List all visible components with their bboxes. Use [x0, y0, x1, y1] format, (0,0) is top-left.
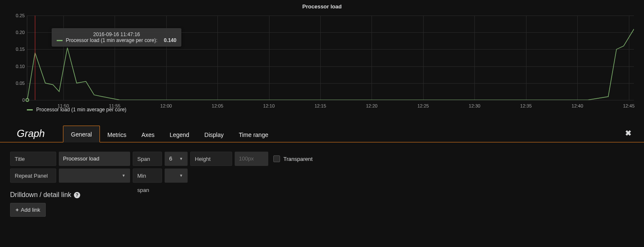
add-link-button[interactable]: + Add link — [10, 203, 46, 217]
x-tick: 12:35 — [520, 103, 532, 108]
drilldown-section-heading: Drilldown / detail link ? — [10, 191, 634, 199]
y-tick: 0.25 — [10, 13, 25, 18]
tooltip-time: 2016-09-16 11:47:16 — [57, 32, 176, 37]
tab-legend[interactable]: Legend — [162, 126, 197, 142]
series-start-marker — [26, 98, 29, 102]
hover-marker-line — [35, 16, 35, 100]
checkbox-box[interactable] — [273, 155, 280, 162]
chart-area[interactable]: 2016-09-16 11:47:16 Processor load (1 mi… — [10, 13, 634, 114]
y-tick: 0.20 — [10, 30, 25, 35]
tab-display[interactable]: Display — [197, 126, 231, 142]
hover-tooltip: 2016-09-16 11:47:16 Processor load (1 mi… — [52, 28, 181, 47]
plus-icon: + — [16, 207, 19, 213]
height-label: Height — [190, 152, 232, 166]
panel-editor: Graph GeneralMetricsAxesLegendDisplayTim… — [0, 124, 644, 226]
x-tick: 12:05 — [212, 103, 223, 108]
editor-title: Graph — [17, 128, 45, 139]
x-tick: 12:45 — [623, 103, 635, 108]
tooltip-series-label: Processor load (1 min average per core): — [66, 37, 157, 43]
tooltip-swatch — [57, 40, 63, 41]
plot-area[interactable]: 2016-09-16 11:47:16 Processor load (1 mi… — [27, 16, 634, 100]
y-tick: 0.15 — [10, 47, 25, 52]
repeat-panel-label: Repeat Panel — [10, 168, 56, 183]
tab-general[interactable]: General — [63, 126, 100, 142]
height-input[interactable] — [235, 152, 268, 166]
chart-title: Processor load — [0, 0, 644, 10]
min-span-label: Min span — [133, 168, 162, 183]
tooltip-value: 0.140 — [164, 37, 176, 43]
x-tick: 12:10 — [263, 103, 275, 108]
chevron-down-icon: ▼ — [179, 152, 183, 166]
y-tick: 0.10 — [10, 64, 25, 69]
repeat-panel-select[interactable]: ▼ — [59, 168, 130, 183]
help-icon[interactable]: ? — [74, 192, 80, 198]
x-tick: 12:25 — [417, 103, 429, 108]
span-select[interactable]: 6▼ — [165, 152, 188, 166]
x-tick: 12:15 — [314, 103, 326, 108]
x-tick: 12:20 — [366, 103, 378, 108]
editor-tabs: GeneralMetricsAxesLegendDisplayTime rang… — [63, 126, 276, 142]
x-tick: 12:40 — [572, 103, 584, 108]
chevron-down-icon: ▼ — [122, 168, 126, 183]
x-tick: 12:00 — [160, 103, 172, 108]
tab-timerange[interactable]: Time range — [231, 126, 276, 142]
span-label: Span — [133, 152, 162, 166]
tab-axes[interactable]: Axes — [134, 126, 162, 142]
title-label: Title — [10, 152, 56, 166]
x-tick: 12:30 — [469, 103, 481, 108]
y-tick: 0.05 — [10, 81, 25, 86]
legend-swatch — [27, 109, 33, 110]
title-input[interactable] — [59, 152, 130, 166]
min-span-select[interactable]: ▼ — [165, 168, 188, 183]
tab-metrics[interactable]: Metrics — [100, 126, 134, 142]
close-editor-button[interactable]: ✖ — [625, 129, 631, 138]
legend-label: Processor load (1 min average per core) — [36, 107, 126, 113]
chevron-down-icon: ▼ — [179, 168, 183, 183]
chart-legend[interactable]: Processor load (1 min average per core) — [27, 107, 126, 113]
transparent-checkbox[interactable]: Transparent — [271, 152, 315, 166]
y-tick: 0 — [10, 97, 25, 102]
transparent-label: Transparent — [283, 156, 313, 162]
chart-panel: Processor load 2016-09-16 11:47:16 Proce… — [0, 0, 644, 114]
